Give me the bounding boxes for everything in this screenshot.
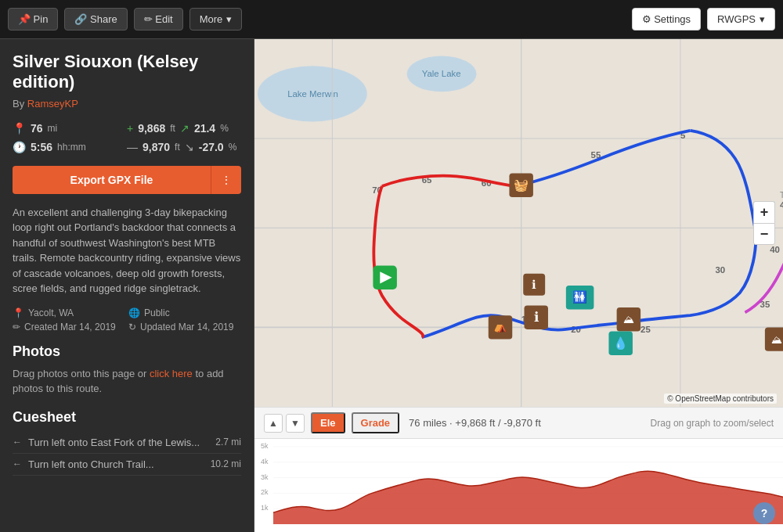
chevron-down-icon: ▾	[760, 13, 765, 25]
nav-down-button[interactable]: ▼	[286, 414, 305, 433]
svg-text:25: 25	[640, 325, 651, 334]
chevron-down-icon: ▾	[226, 13, 232, 25]
nav-up-button[interactable]: ▲	[264, 414, 283, 433]
stats-grid: 📍 76 mi + 9,868 ft ↗ 21.4 % 🕐 5:56 hh:mm…	[13, 120, 241, 155]
rwgps-dropdown[interactable]: RWGPS ▾	[707, 8, 775, 31]
map-svg: Lake Merwin Yale Lake Amboy Hockinson Ve…	[254, 39, 783, 407]
svg-text:⛰: ⛰	[771, 333, 782, 346]
cuesheet-section: Cuesheet ← Turn left onto East Fork of t…	[13, 409, 241, 476]
svg-text:45: 45	[780, 200, 783, 210]
gain-icon: +	[127, 122, 133, 135]
meta-info: 📍 Yacolt, WA 🌐 Public ✏ Created Mar 14, …	[13, 307, 241, 332]
left-arrow-icon: ←	[13, 458, 22, 469]
pencil-icon: ✏	[13, 322, 20, 332]
minus-icon: —	[127, 141, 138, 153]
route-description: An excellent and challenging 3-day bikep…	[13, 205, 241, 297]
up-arrow-icon: ↗	[180, 122, 189, 135]
settings-button[interactable]: ⚙ Settings	[632, 8, 702, 31]
globe-icon: 🌐	[128, 307, 140, 318]
export-more-button[interactable]: ⋮	[211, 166, 241, 194]
svg-text:ℹ: ℹ	[534, 310, 539, 324]
grade-tab[interactable]: Grade	[352, 412, 400, 433]
svg-text:2k: 2k	[261, 488, 269, 496]
elevation-loss-stat: — 9,870 ft ↘ -27.0 %	[127, 139, 241, 155]
svg-text:🧺: 🧺	[514, 178, 529, 192]
share-button[interactable]: 🔗 Share	[64, 8, 127, 31]
cue-item: ← Turn left onto Church Trail... 10.2 mi	[13, 454, 241, 476]
edit-button[interactable]: ✏ Edit	[134, 8, 183, 31]
route-author: By RamseyKP	[13, 98, 241, 110]
down-arrow-icon: ↘	[185, 141, 194, 153]
svg-text:30: 30	[715, 265, 725, 275]
cuesheet-title: Cuesheet	[13, 409, 241, 426]
click-here-link[interactable]: click here	[150, 368, 193, 379]
photos-title: Photos	[13, 343, 241, 360]
svg-text:1k: 1k	[261, 504, 269, 512]
cue-text: Turn left onto East Fork of the Lewis...	[28, 437, 209, 448]
more-button[interactable]: More ▾	[189, 8, 243, 31]
svg-text:Yale Lake: Yale Lake	[422, 69, 461, 78]
main-content: Silver Siouxon (Kelsey edition) By Ramse…	[0, 39, 783, 532]
photos-section: Photos Drag photos onto this page or cli…	[13, 343, 241, 397]
map-attribution: © OpenStreetMap contributors	[664, 394, 777, 404]
zoom-in-button[interactable]: +	[753, 201, 775, 223]
map-container[interactable]: Lake Merwin Yale Lake Amboy Hockinson Ve…	[254, 39, 783, 407]
svg-text:⛺: ⛺	[494, 320, 508, 333]
help-button[interactable]: ?	[753, 502, 775, 524]
cue-dist: 10.2 mi	[211, 458, 241, 469]
clock-icon: 🕐	[13, 141, 26, 153]
created-meta: ✏ Created Mar 14, 2019	[13, 322, 125, 332]
zoom-out-button[interactable]: −	[753, 223, 775, 245]
svg-text:5k: 5k	[261, 442, 269, 450]
pin-button[interactable]: 📌 Pin	[8, 8, 58, 31]
svg-text:💧: 💧	[613, 336, 629, 350]
sidebar: Silver Siouxon (Kelsey edition) By Ramse…	[0, 39, 254, 532]
svg-text:Trapper Creek Wilderness: Trapper Creek Wilderness	[780, 191, 783, 200]
elevation-tab[interactable]: Ele	[311, 412, 345, 433]
elevation-bar: ▲ ▼ Ele Grade 76 miles · +9,868 ft / -9,…	[254, 407, 783, 532]
right-panel: Lake Merwin Yale Lake Amboy Hockinson Ve…	[254, 39, 783, 532]
svg-text:ℹ: ℹ	[532, 278, 536, 291]
svg-text:⛰: ⛰	[623, 313, 634, 325]
cue-text: Turn left onto Church Trail...	[28, 458, 204, 470]
cue-item: ← Turn left onto East Fork of the Lewis.…	[13, 432, 241, 454]
nav-arrows: ▲ ▼	[264, 414, 305, 433]
export-gpx-button[interactable]: Export GPX File	[13, 166, 211, 194]
zoom-controls: + −	[753, 201, 775, 245]
svg-text:4k: 4k	[261, 458, 269, 466]
refresh-icon: ↻	[128, 322, 136, 332]
distance-icon: 📍	[13, 122, 26, 135]
export-row: Export GPX File ⋮	[13, 166, 241, 194]
elevation-info: 76 miles · +9,868 ft / -9,870 ft	[409, 417, 541, 429]
updated-meta: ↻ Updated Mar 14, 2019	[128, 322, 241, 332]
elevation-chart[interactable]: 5k 4k 3k 2k 1k ?	[254, 439, 783, 532]
elevation-instruction: Drag on graph to zoom/select	[651, 418, 774, 429]
svg-text:Lake Merwin: Lake Merwin	[287, 89, 338, 99]
distance-stat: 📍 76 mi	[13, 120, 127, 136]
left-arrow-icon: ←	[13, 437, 22, 448]
time-stat: 🕐 5:56 hh:mm	[13, 139, 127, 155]
location-meta: 📍 Yacolt, WA	[13, 307, 125, 318]
svg-text:3k: 3k	[261, 473, 269, 481]
visibility-meta: 🌐 Public	[128, 307, 241, 318]
location-icon: 📍	[13, 307, 24, 318]
svg-text:🚻: 🚻	[572, 289, 588, 304]
photos-desc: Drag photos onto this page or click here…	[13, 366, 241, 397]
cue-dist: 2.7 mi	[215, 437, 241, 448]
elevation-gain-stat: + 9,868 ft ↗ 21.4 %	[127, 120, 241, 136]
route-title: Silver Siouxon (Kelsey edition)	[13, 52, 241, 93]
svg-text:40: 40	[770, 245, 780, 254]
elevation-header: ▲ ▼ Ele Grade 76 miles · +9,868 ft / -9,…	[254, 408, 783, 439]
top-bar: 📌 Pin 🔗 Share ✏ Edit More ▾ ⚙ Settings R…	[0, 0, 783, 39]
author-link[interactable]: RamseyKP	[27, 98, 78, 110]
